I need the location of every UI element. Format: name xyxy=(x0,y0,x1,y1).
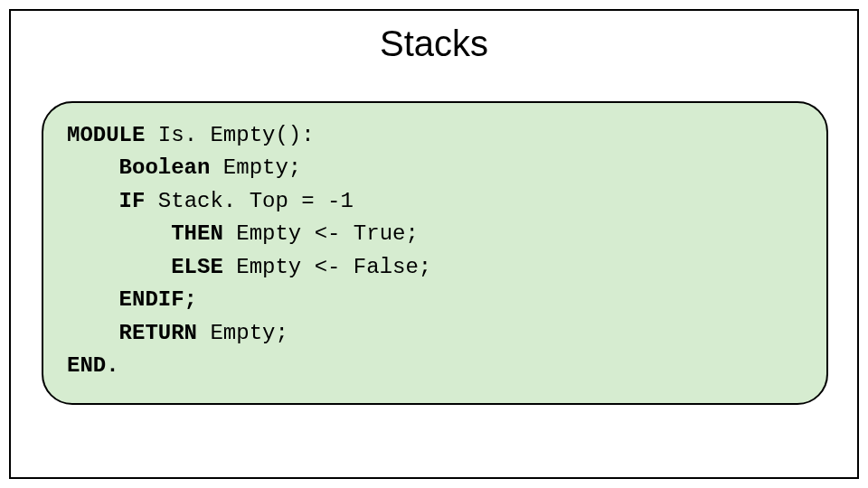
code-line: ELSE Empty <- False; xyxy=(67,251,803,284)
code-line: Boolean Empty; xyxy=(67,152,803,184)
code-line: MODULE Is. Empty(): xyxy=(67,119,803,152)
keyword-return: RETURN xyxy=(67,321,197,345)
code-text: Empty <- True; xyxy=(223,221,419,246)
code-line: RETURN Empty; xyxy=(67,317,803,350)
code-text: Is. Empty(): xyxy=(145,123,314,147)
keyword-then: THEN xyxy=(67,221,223,246)
code-text: Empty <- False; xyxy=(223,255,431,279)
code-line: THEN Empty <- True; xyxy=(67,218,803,250)
keyword-boolean: Boolean xyxy=(67,155,210,180)
keyword-if: IF xyxy=(67,189,145,213)
pseudocode-box: MODULE Is. Empty(): Boolean Empty; IF St… xyxy=(42,101,828,405)
keyword-end: END. xyxy=(67,353,119,378)
code-line: ENDIF; xyxy=(67,284,803,316)
keyword-endif: ENDIF; xyxy=(67,287,197,312)
keyword-else: ELSE xyxy=(67,255,223,279)
code-text: Empty; xyxy=(197,321,288,345)
slide-frame: Stacks MODULE Is. Empty(): Boolean Empty… xyxy=(9,9,859,479)
keyword-module: MODULE xyxy=(67,123,145,147)
code-line: IF Stack. Top = -1 xyxy=(67,185,803,218)
slide-title: Stacks xyxy=(11,23,857,64)
code-text: Stack. Top = -1 xyxy=(145,189,353,213)
code-line: END. xyxy=(67,350,803,382)
code-text: Empty; xyxy=(210,155,301,180)
